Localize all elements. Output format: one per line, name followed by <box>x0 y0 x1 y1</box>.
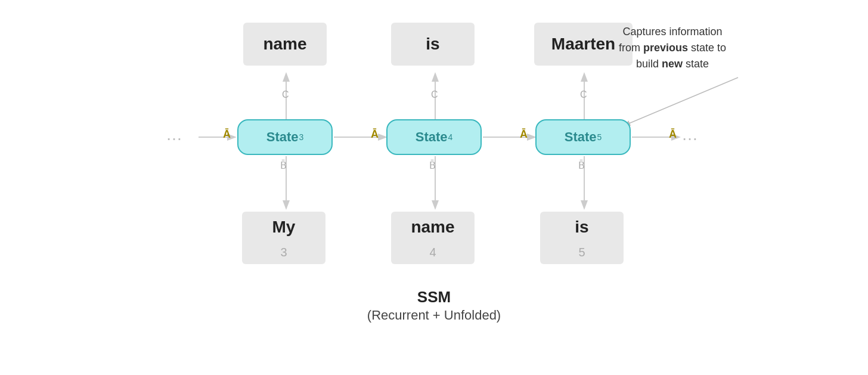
b-bar-1: B̄ <box>280 160 287 171</box>
a-bar-3: Ā <box>669 128 677 141</box>
c-label-2: C <box>431 89 438 100</box>
c-label-3: C <box>580 89 587 100</box>
state-box-3: State 3 <box>237 119 333 155</box>
bottom-box-is: is 5 <box>540 212 624 264</box>
b-bar-3: B̄ <box>578 160 585 171</box>
a-bar-0: Ā <box>223 128 231 141</box>
b-bar-2: B̄ <box>429 160 436 171</box>
state-box-5: State 5 <box>535 119 631 155</box>
c-label-1: C <box>282 89 289 100</box>
bottom-box-name: name 4 <box>391 212 475 264</box>
diagram: … … name is Maarten C C C Ā Ā Ā Ā State … <box>106 6 762 340</box>
main-container: … … name is Maarten C C C Ā Ā Ā Ā State … <box>0 0 868 375</box>
dots-left: … <box>166 125 182 144</box>
dots-right: … <box>681 125 698 144</box>
a-bar-1: Ā <box>371 128 379 141</box>
top-word-name: name <box>243 23 327 66</box>
a-bar-2: Ā <box>520 128 528 141</box>
state-box-4: State 4 <box>386 119 482 155</box>
annotation: Captures informationfrom previous state … <box>595 24 750 72</box>
bottom-title: SSM (Recurrent + Unfolded) <box>367 288 501 323</box>
svg-line-12 <box>625 78 738 125</box>
bottom-box-my: My 3 <box>242 212 326 264</box>
top-word-is: is <box>391 23 475 66</box>
